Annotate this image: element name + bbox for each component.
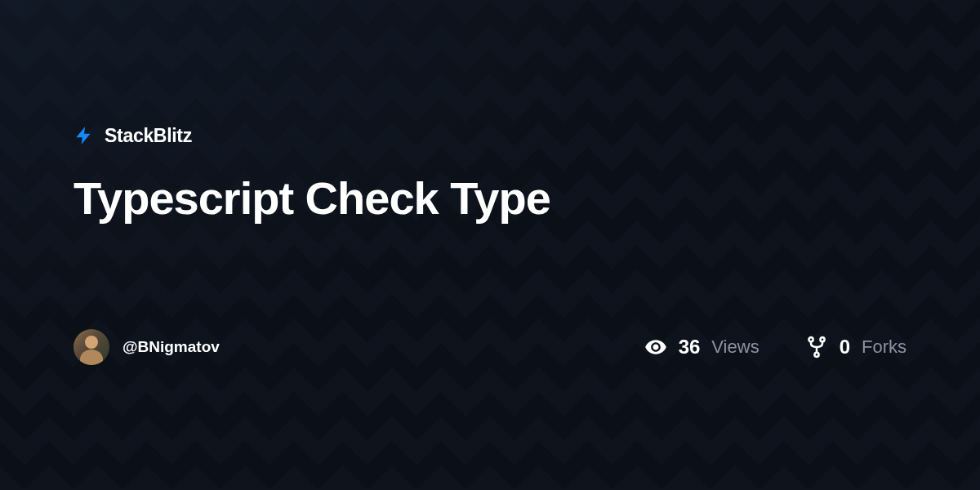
views-stat: 36 Views xyxy=(644,336,760,359)
brand-header: StackBlitz xyxy=(74,125,906,147)
avatar xyxy=(74,329,109,365)
footer: @BNigmatov 36 Views 0 Forks xyxy=(74,329,906,365)
forks-count: 0 xyxy=(840,336,850,359)
eye-icon xyxy=(644,336,667,359)
brand-name: StackBlitz xyxy=(105,125,192,147)
stats-section: 36 Views 0 Forks xyxy=(644,336,906,359)
project-title: Typescript Check Type xyxy=(74,173,906,224)
bolt-icon xyxy=(74,125,95,146)
views-count: 36 xyxy=(679,336,701,359)
svg-point-1 xyxy=(820,337,824,341)
fork-icon xyxy=(805,336,828,359)
author-section[interactable]: @BNigmatov xyxy=(74,329,220,365)
views-label: Views xyxy=(711,336,759,358)
forks-label: Forks xyxy=(862,336,906,358)
svg-point-2 xyxy=(814,353,818,357)
author-username: @BNigmatov xyxy=(122,338,220,356)
svg-point-0 xyxy=(808,337,813,341)
forks-stat: 0 Forks xyxy=(805,336,906,359)
